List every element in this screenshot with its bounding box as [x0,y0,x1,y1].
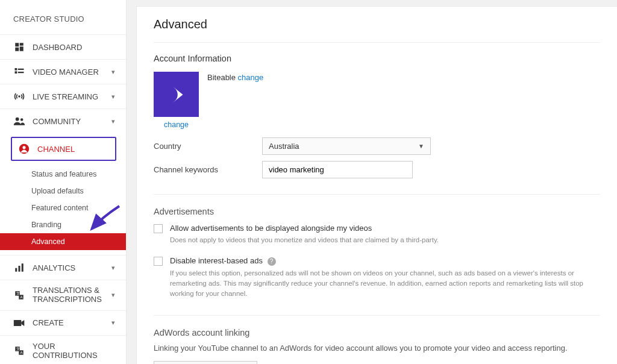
sidebar-item-label: DASHBOARD [33,43,115,52]
sidebar-item-label: YOUR CONTRIBUTIONS [33,342,115,360]
allow-ads-checkbox[interactable] [154,224,163,233]
sidebar-item-dashboard[interactable]: DASHBOARD [0,34,126,59]
svg-point-12 [22,146,25,149]
svg-rect-1 [20,43,23,46]
svg-rect-13 [15,268,17,272]
create-icon [13,317,25,329]
chevron-down-icon: ▾ [111,68,115,76]
svg-rect-6 [15,71,17,74]
sidebar-item-contributions[interactable]: 文A YOUR CONTRIBUTIONS [0,335,126,364]
sidebar-item-label: VIDEO MANAGER [33,67,111,77]
adwords-title: AdWords account linking [154,328,600,337]
community-icon [13,115,25,127]
chevron-down-icon: ▾ [111,291,115,299]
sidebar-item-label: CHANNEL [37,145,109,154]
link-adwords-button[interactable]: Link an AdWords account [154,361,257,365]
svg-rect-18 [14,320,21,326]
svg-rect-5 [18,69,24,70]
country-label: Country [154,142,262,151]
adwords-desc: Linking your YouTube channel to an AdWor… [154,344,600,353]
sub-item-upload-defaults[interactable]: Upload defaults [0,183,126,199]
contributions-icon: 文A [13,345,25,357]
video-manager-icon [13,66,25,78]
chevron-down-icon: ▾ [111,118,115,125]
chevron-down-icon: ▾ [111,319,115,327]
svg-point-8 [18,95,20,97]
analytics-icon [13,262,25,274]
avatar-change-link[interactable]: change [164,121,189,129]
sidebar-item-translations[interactable]: 文A TRANSLATIONS & TRANSCRIPTIONS ▾ [0,280,126,310]
disable-interest-ads-checkbox[interactable] [154,257,163,266]
sidebar-item-label: TRANSLATIONS & TRANSCRIPTIONS [33,286,111,304]
sub-item-featured-content[interactable]: Featured content [0,199,126,216]
svg-rect-2 [15,48,19,51]
sidebar-item-live-streaming[interactable]: LIVE STREAMING ▾ [0,84,126,108]
channel-name: Biteable [207,73,236,82]
chevron-down-icon: ▾ [111,264,115,272]
svg-rect-7 [18,72,24,73]
channel-name-change-link[interactable]: change [238,73,264,82]
svg-text:A: A [20,295,23,299]
chevron-down-icon: ▼ [418,143,424,149]
main-content: Advanced Account Information change Bite… [136,6,617,364]
divider [154,315,600,316]
svg-text:A: A [20,351,23,354]
channel-icon [18,143,30,155]
allow-ads-sub: Does not apply to videos that you moneti… [170,235,600,245]
allow-ads-label: Allow advertisements to be displayed alo… [170,224,600,233]
svg-point-9 [16,118,19,121]
sidebar-item-label: LIVE STREAMING [33,92,111,101]
svg-text:文: 文 [16,347,20,351]
divider [154,194,600,195]
sidebar-item-create[interactable]: CREATE ▾ [0,310,126,335]
disable-interest-ads-label: Disable interest-based ads ? [170,256,600,266]
svg-point-10 [20,118,23,121]
svg-rect-14 [19,266,20,272]
sub-item-advanced[interactable]: Advanced [0,233,126,250]
sidebar-item-analytics[interactable]: ANALYTICS ▾ [0,255,126,280]
channel-submenu: Status and features Upload defaults Feat… [0,165,126,255]
sidebar-item-label: COMMUNITY [33,117,111,126]
sub-item-branding[interactable]: Branding [0,216,126,233]
country-value: Australia [269,142,299,151]
ads-section-title: Advertisements [154,207,600,216]
account-info-title: Account Information [154,54,600,63]
dashboard-icon [13,41,25,53]
keywords-input[interactable] [262,161,413,178]
sidebar-item-community[interactable]: COMMUNITY ▾ [0,108,126,133]
country-select[interactable]: Australia ▼ [262,137,431,155]
svg-rect-0 [15,43,19,46]
sidebar-item-video-manager[interactable]: VIDEO MANAGER ▾ [0,59,126,84]
svg-rect-15 [22,263,23,272]
keywords-label: Channel keywords [154,165,262,174]
chevron-down-icon: ▾ [111,93,115,101]
svg-text:文: 文 [16,291,20,295]
sidebar: CREATOR STUDIO DASHBOARD VIDEO MANAGER ▾… [0,0,127,364]
sidebar-item-label: CREATE [33,318,111,327]
disable-interest-ads-sub: If you select this option, personalized … [170,268,600,300]
translate-icon: 文A [13,289,25,301]
channel-avatar [154,72,199,117]
sidebar-item-label: ANALYTICS [33,263,111,272]
svg-rect-4 [15,68,17,71]
sidebar-title: CREATOR STUDIO [0,7,126,34]
page-title: Advanced [154,17,600,43]
help-icon[interactable]: ? [268,257,276,266]
sidebar-item-channel[interactable]: CHANNEL [11,137,116,161]
live-streaming-icon [13,90,25,102]
svg-rect-3 [20,46,23,51]
sub-item-status[interactable]: Status and features [0,166,126,183]
